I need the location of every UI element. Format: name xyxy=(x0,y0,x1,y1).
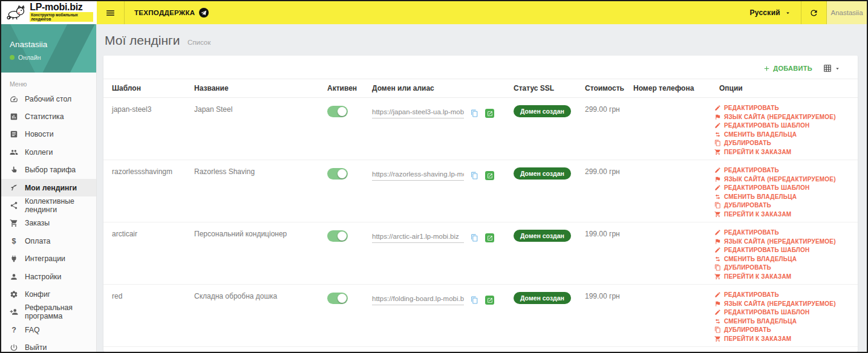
language-dropdown[interactable]: Русский xyxy=(740,1,801,24)
sidebar-item-desktop[interactable]: Рабочий стол xyxy=(1,90,96,108)
language-icon xyxy=(714,114,721,120)
copy-domain-button[interactable] xyxy=(471,234,478,242)
option-link[interactable]: РЕДАКТИРОВАТЬ xyxy=(714,105,853,111)
sidebar-item-collective-landings[interactable]: Коллективные лендинги xyxy=(1,196,96,214)
menu-section-label: Меню xyxy=(1,73,96,90)
plug-icon xyxy=(10,254,18,263)
support-button[interactable]: ТЕХПОДДЕРЖКА xyxy=(125,1,218,24)
option-label: ПЕРЕЙТИ К ЗАКАЗАМ xyxy=(724,149,791,155)
user-menu[interactable]: Anastasiia xyxy=(827,1,867,24)
domain-input[interactable] xyxy=(372,108,464,118)
page-header: Мої лендінги Список xyxy=(97,24,867,56)
option-link[interactable]: РЕДАКТИРОВАТЬ xyxy=(714,167,853,173)
open-landing-button[interactable] xyxy=(485,233,494,242)
active-toggle[interactable] xyxy=(327,293,348,304)
sidebar-item-payment[interactable]: $ Оплата xyxy=(1,232,96,250)
active-toggle[interactable] xyxy=(327,230,348,242)
column-header: Опции xyxy=(714,79,853,97)
active-toggle[interactable] xyxy=(327,106,348,117)
option-link[interactable]: РЕДАКТИРОВАТЬ ШАБЛОН xyxy=(714,122,853,129)
sidebar-item-label: Коллективные лендинги xyxy=(25,197,93,214)
name-cell: Razorless Shaving xyxy=(189,160,322,176)
logo-subtitle: Конструктор мобильных лендингов xyxy=(30,12,93,22)
option-link[interactable]: ЯЗЫК САЙТА (НЕРЕДАКТИРУЕМОЕ) xyxy=(714,176,853,183)
domain-cell xyxy=(367,98,509,118)
open-landing-button[interactable] xyxy=(485,296,494,305)
menu-toggle-button[interactable] xyxy=(97,1,124,24)
domain-input[interactable] xyxy=(372,233,464,243)
ssl-status-cell: Домен создан xyxy=(509,222,580,242)
launch-icon xyxy=(487,173,493,179)
option-link[interactable]: ЯЗЫК САЙТА (НЕРЕДАКТИРУЕМОЕ) xyxy=(714,300,853,307)
sidebar-item-logout[interactable]: Выйти xyxy=(1,338,96,352)
sidebar-item-statistics[interactable]: Статистика xyxy=(1,108,96,125)
copy-domain-button[interactable] xyxy=(471,109,478,117)
template-cell: clothes and shoes xyxy=(107,347,189,352)
card-toolbar: ДОБАВИТЬ xyxy=(103,56,858,79)
sidebar-item-tariff[interactable]: Выбор тарифа xyxy=(1,161,96,179)
option-link[interactable]: РЕДАКТИРОВАТЬ xyxy=(714,291,853,298)
option-link[interactable]: СМЕНИТЬ ВЛАДЕЛЬЦА xyxy=(714,131,853,138)
domain-input[interactable] xyxy=(372,295,464,305)
columns-dropdown-button[interactable] xyxy=(823,64,841,73)
option-link[interactable]: РЕДАКТИРОВАТЬ ШАБЛОН xyxy=(714,309,853,316)
news-icon xyxy=(10,130,18,138)
phone-cell xyxy=(628,98,714,105)
active-cell xyxy=(322,98,367,117)
table-row: razorlessshavingm Razorless Shaving Доме… xyxy=(103,160,858,222)
rocket-icon xyxy=(10,184,18,192)
copy-domain-button[interactable] xyxy=(471,172,478,180)
sidebar-item-config[interactable]: Конфиг xyxy=(1,285,96,303)
external-link-icon xyxy=(485,171,494,180)
add-landing-button[interactable]: ДОБАВИТЬ xyxy=(763,65,812,73)
external-link-icon xyxy=(485,296,494,305)
open-landing-button[interactable] xyxy=(485,171,494,180)
open-landing-button[interactable] xyxy=(485,109,494,118)
domain-input[interactable] xyxy=(372,170,464,181)
copy-domain-button[interactable] xyxy=(471,296,478,304)
sidebar-item-label: Реферальная программа xyxy=(25,303,93,320)
table-header-row: ШаблонНазваниеАктивенДомен или алиасСтат… xyxy=(103,79,858,98)
option-link[interactable]: ЯЗЫК САЙТА (НЕРЕДАКТИРУЕМОЕ) xyxy=(714,238,853,245)
edit-icon xyxy=(714,167,721,173)
option-label: ЯЗЫК САЙТА (НЕРЕДАКТИРУЕМОЕ) xyxy=(724,300,836,307)
logo[interactable]: LP-mobi.biz Конструктор мобильных лендин… xyxy=(1,1,97,24)
option-link[interactable]: ПЕРЕЙТИ К ЗАКАЗАМ xyxy=(714,335,853,342)
active-toggle[interactable] xyxy=(327,168,348,180)
option-link[interactable]: ДУБЛИРОВАТЬ xyxy=(714,326,853,333)
sidebar-item-settings[interactable]: Настройки xyxy=(1,268,96,285)
option-link[interactable]: ЯЗЫК САЙТА (НЕРЕДАКТИРУЕМОЕ) xyxy=(714,114,853,120)
option-link[interactable]: РЕДАКТИРОВАТЬ xyxy=(714,229,853,236)
option-link[interactable]: ДУБЛИРОВАТЬ xyxy=(714,140,853,146)
sidebar-menu: Рабочий стол Статистика Новости Коллеги … xyxy=(1,90,96,352)
sidebar-item-my-landings[interactable]: Мои лендинги xyxy=(1,179,96,196)
share-icon xyxy=(10,201,18,210)
landings-card: ДОБАВИТЬ ШаблонНазваниеАктивенДомен или … xyxy=(103,56,858,352)
option-label: ЯЗЫК САЙТА (НЕРЕДАКТИРУЕМОЕ) xyxy=(724,114,836,120)
sidebar-item-label: Оплата xyxy=(25,237,50,245)
refresh-button[interactable] xyxy=(801,1,826,24)
column-header: Название xyxy=(189,79,322,97)
sidebar-item-news[interactable]: Новости xyxy=(1,126,96,143)
language-icon xyxy=(714,238,721,245)
option-link[interactable]: РЕДАКТИРОВАТЬ ШАБЛОН xyxy=(714,247,853,253)
sidebar-item-faq[interactable]: ? FAQ xyxy=(1,321,96,338)
option-link[interactable]: СМЕНИТЬ ВЛАДЕЛЬЦА xyxy=(714,256,853,262)
option-link[interactable]: ПЕРЕЙТИ К ЗАКАЗАМ xyxy=(714,211,853,218)
page-title: Мої лендінги xyxy=(105,33,180,47)
sidebar-item-integrations[interactable]: Интеграции xyxy=(1,250,96,268)
sidebar-item-referral[interactable]: Реферальная программа xyxy=(1,303,96,321)
ssl-status-cell: Домен создан xyxy=(509,285,580,304)
option-link[interactable]: РЕДАКТИРОВАТЬ ШАБЛОН xyxy=(714,184,853,191)
option-link[interactable]: ПЕРЕЙТИ К ЗАКАЗАМ xyxy=(714,149,853,155)
option-link[interactable]: ДУБЛИРОВАТЬ xyxy=(714,202,853,209)
phone-cell xyxy=(628,160,714,167)
sidebar-item-colleagues[interactable]: Коллеги xyxy=(1,143,96,161)
option-link[interactable]: ДУБЛИРОВАТЬ xyxy=(714,264,853,271)
sidebar-item-orders[interactable]: Заказы xyxy=(1,215,96,232)
option-link[interactable]: СМЕНИТЬ ВЛАДЕЛЬЦА xyxy=(714,318,853,325)
sidebar-item-label: Конфиг xyxy=(25,290,50,299)
option-link[interactable]: СМЕНИТЬ ВЛАДЕЛЬЦА xyxy=(714,193,853,200)
active-cell xyxy=(322,160,367,180)
option-link[interactable]: ПЕРЕЙТИ К ЗАКАЗАМ xyxy=(714,273,853,280)
